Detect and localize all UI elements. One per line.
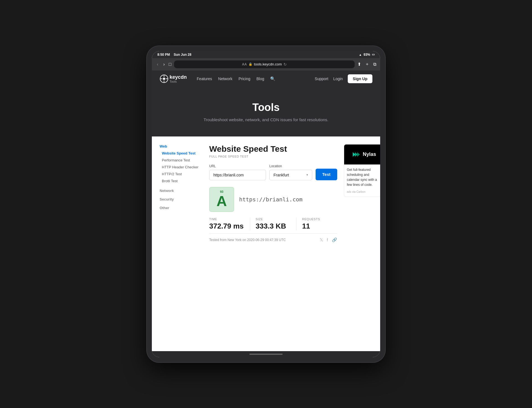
logo-subtitle: Tools — [170, 80, 187, 83]
sidebar-category-web: Web — [160, 144, 203, 148]
nav-pricing[interactable]: Pricing — [239, 77, 250, 81]
sidebar-item-brotli-test[interactable]: Brotli Test — [160, 178, 203, 184]
home-indicator — [152, 351, 380, 357]
tool-content: Website Speed Test FULL PAGE SPEED TEST … — [209, 144, 337, 346]
url-group: URL — [209, 164, 266, 180]
date-display: Sun Jun 28 — [174, 53, 191, 57]
ad-panel: Nylas Get full-featured scheduling and c… — [344, 144, 380, 346]
location-group: Location Frankfurt ▾ — [269, 164, 312, 180]
hero-subtitle: Troubleshoot website, network, and CDN i… — [160, 117, 372, 122]
search-icon[interactable]: 🔍 — [270, 76, 275, 81]
nav-network[interactable]: Network — [218, 77, 232, 81]
status-bar: 8:50 PM Sun Jun 28 ▲ 93% ▭ — [152, 51, 380, 58]
logo-text: keycdn — [170, 74, 187, 80]
url-label: URL — [209, 164, 266, 168]
time-display: 8:50 PM — [157, 53, 170, 57]
sidebar-item-website-speed-test[interactable]: Website Speed Test — [160, 150, 203, 156]
stat-size: SIZE 333.3 KB — [256, 217, 297, 230]
new-tab-icon[interactable]: ＋ — [365, 61, 369, 67]
stat-size-value: 333.3 KB — [256, 222, 291, 230]
ad-image: Nylas — [344, 145, 380, 164]
location-value: Frankfurt — [273, 173, 306, 177]
tabs-icon[interactable]: ⧉ — [373, 62, 376, 67]
link-icon[interactable]: 🔗 — [332, 237, 337, 242]
nav-features[interactable]: Features — [197, 77, 212, 81]
stats-row: TIME 372.79 ms SIZE 333.3 KB REQUESTS 11 — [209, 217, 337, 230]
test-button[interactable]: Test — [316, 169, 337, 180]
status-right: ▲ 93% ▭ — [359, 53, 375, 57]
hero-title: Tools — [160, 102, 372, 113]
stat-requests-value: 11 — [302, 222, 337, 230]
ad-via: ads via Carbon — [347, 190, 365, 193]
stat-size-label: SIZE — [256, 217, 291, 221]
sidebar: Web Website Speed Test Performance Test … — [160, 144, 203, 346]
tool-subtitle: FULL PAGE SPEED TEST — [209, 155, 337, 158]
stat-time-value: 372.79 ms — [209, 222, 244, 230]
status-time: 8:50 PM Sun Jun 28 — [157, 53, 191, 57]
test-form: URL Location Frankfurt ▾ Test — [209, 164, 337, 180]
signup-button[interactable]: Sign Up — [348, 74, 372, 83]
site-content: keycdn Tools Features Network Pricing Bl… — [152, 70, 380, 351]
url-input[interactable] — [209, 170, 266, 180]
nav-right: Support Login Sign Up — [315, 74, 372, 83]
bookmarks-icon[interactable]: □ — [169, 62, 172, 67]
sidebar-item-http-header-checker[interactable]: HTTP Header Checker — [160, 164, 203, 170]
wifi-icon: ▲ — [359, 53, 362, 56]
sidebar-category-network: Network — [160, 189, 203, 193]
share-icon[interactable]: ⬆ — [357, 62, 361, 67]
location-select[interactable]: Frankfurt ▾ — [269, 170, 312, 180]
result-url: https://brianli.com — [239, 196, 303, 203]
logo[interactable]: keycdn Tools — [160, 74, 187, 83]
result-row: 93 A https://brianli.com — [209, 187, 337, 212]
nav-support[interactable]: Support — [315, 77, 328, 81]
ad-card[interactable]: Nylas Get full-featured scheduling and c… — [344, 144, 380, 197]
stat-requests: REQUESTS 11 — [302, 217, 337, 230]
main-content: Web Website Speed Test Performance Test … — [152, 136, 380, 351]
nav-login[interactable]: Login — [333, 77, 343, 81]
grade-letter: A — [216, 194, 227, 208]
chevron-down-icon: ▾ — [306, 173, 308, 177]
location-label: Location — [269, 164, 312, 168]
ipad-frame: 8:50 PM Sun Jun 28 ▲ 93% ▭ ‹ › □ AA 🔒 to… — [147, 46, 385, 362]
nav-blog[interactable]: Blog — [256, 77, 264, 81]
forward-button[interactable]: › — [162, 61, 166, 67]
grade-box: 93 A — [209, 187, 234, 212]
result-footer: Tested from New York on 2020-06-29 00:47… — [209, 233, 337, 242]
sidebar-category-security: Security — [160, 197, 203, 201]
sidebar-item-http2-test[interactable]: HTTP/2 Test — [160, 171, 203, 177]
browser-chrome: ‹ › □ AA 🔒 tools.keycdn.com ↻ ⬆ ＋ ⧉ — [152, 58, 380, 70]
nav-links: Features Network Pricing Blog 🔍 — [197, 76, 315, 81]
stat-time: TIME 372.79 ms — [209, 217, 250, 230]
facebook-icon[interactable]: f — [327, 237, 328, 242]
ad-brand: Nylas — [363, 151, 376, 157]
ad-text: Get full-featured scheduling and calenda… — [347, 167, 380, 187]
url-display: tools.keycdn.com — [254, 62, 282, 66]
ad-body: Get full-featured scheduling and calenda… — [344, 164, 380, 197]
stat-time-label: TIME — [209, 217, 244, 221]
sidebar-category-other: Other — [160, 206, 203, 210]
lock-icon: 🔒 — [249, 62, 252, 66]
tool-title: Website Speed Test — [209, 144, 337, 154]
reload-button[interactable]: ↻ — [283, 62, 287, 67]
ipad-screen: 8:50 PM Sun Jun 28 ▲ 93% ▭ ‹ › □ AA 🔒 to… — [152, 51, 380, 357]
battery-icon: ▭ — [372, 53, 375, 56]
home-bar — [249, 354, 283, 355]
hero-section: Tools Troubleshoot website, network, and… — [152, 87, 380, 136]
browser-actions: ⬆ ＋ ⧉ — [357, 61, 376, 67]
svg-point-1 — [163, 78, 165, 80]
site-nav: keycdn Tools Features Network Pricing Bl… — [152, 70, 380, 87]
address-bar[interactable]: AA 🔒 tools.keycdn.com ↻ — [174, 60, 355, 68]
sidebar-item-performance-test[interactable]: Performance Test — [160, 157, 203, 163]
reader-mode-button[interactable]: AA — [242, 62, 247, 66]
twitter-icon[interactable]: 𝕏 — [320, 237, 323, 242]
stat-requests-label: REQUESTS — [302, 217, 337, 221]
social-icons: 𝕏 f 🔗 — [320, 237, 337, 242]
battery-display: 93% — [364, 53, 370, 57]
tested-from: Tested from New York on 2020-06-29 00:47… — [209, 238, 286, 242]
back-button[interactable]: ‹ — [156, 61, 159, 67]
